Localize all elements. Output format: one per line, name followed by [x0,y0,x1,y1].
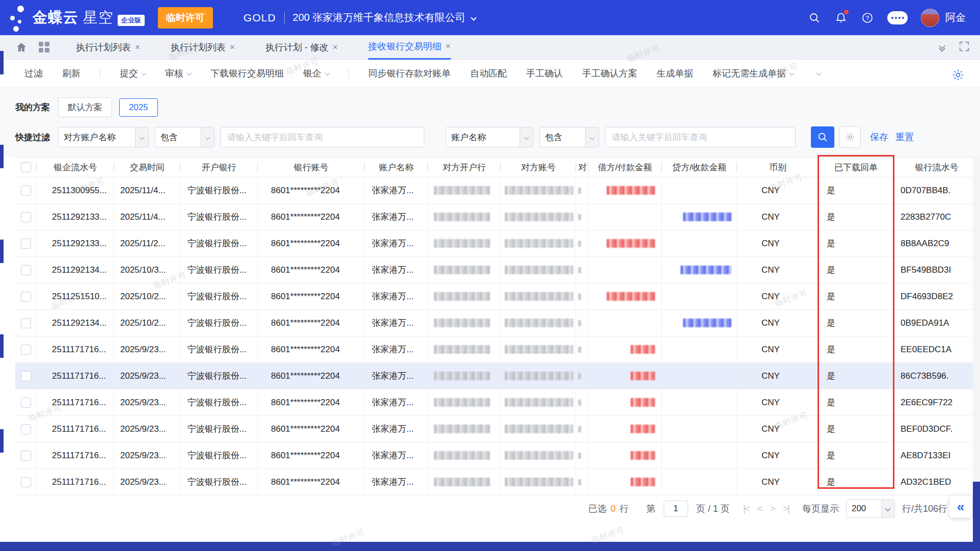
cell-credit-amount-redacted [662,177,737,203]
row-checkbox[interactable] [15,177,37,203]
toolbar-button[interactable]: 下载银行交易明细 [210,67,284,80]
col-header[interactable]: 交易时间 [114,158,180,177]
save-filter-link[interactable]: 保存 [870,131,888,143]
close-icon[interactable]: × [333,42,338,53]
toolbar-button[interactable]: 银企 [303,67,329,80]
row-checkbox[interactable] [15,310,37,336]
row-checkbox[interactable] [15,363,37,389]
page-tab[interactable]: 执行计划 - 修改 × [265,35,338,60]
toolbar-button[interactable]: 生成单据 [657,67,693,80]
col-header[interactable]: 银行账号 [258,158,365,177]
row-checkbox[interactable] [15,389,37,415]
filter-field-select-1[interactable]: 对方账户名称 [58,127,149,147]
cell-truncated [576,416,588,442]
filter-keyword-input-2[interactable]: 请输入关键字后回车查询 [605,127,796,147]
row-checkbox[interactable] [15,416,37,442]
user-avatar[interactable] [921,9,939,27]
table-row[interactable]: 2511292133... 2025/11/4... 宁波银行股份... 860… [15,204,980,230]
col-header[interactable]: 已下载回单 [819,158,893,177]
col-header[interactable]: 币别 [737,158,819,177]
col-header[interactable]: 贷方/收款金额 [662,158,737,177]
home-icon[interactable] [15,41,28,54]
default-scheme-button[interactable]: 默认方案 [58,97,112,117]
table-row[interactable]: 2511171716... 2025/9/23... 宁波银行股份... 860… [15,363,980,389]
col-header[interactable]: 对 [576,158,588,177]
page-tab[interactable]: 执行计划列表 × [171,35,235,60]
settings-gear-icon[interactable] [951,68,965,82]
toolbar-button[interactable]: 标记无需生成单据 [713,67,794,80]
col-header[interactable]: 银企流水号 [37,158,114,177]
table-row[interactable]: 2511292134... 2025/10/2... 宁波银行股份... 860… [15,310,980,336]
toolbar-button[interactable]: 同步银行存款对账单 [368,67,451,80]
toolbar-button[interactable]: 提交 [120,67,146,80]
col-header[interactable]: 对方账号 [501,158,576,177]
scrollbar[interactable] [973,157,980,495]
page-tab[interactable]: 接收银行交易明细 × [368,35,451,60]
toolbar-button[interactable]: 手工确认方案 [582,67,637,80]
row-checkbox[interactable] [15,230,37,256]
cell-currency: CNY [737,310,819,336]
prev-page-icon[interactable]: < [757,503,762,514]
toolbar-button[interactable]: 手工确认 [526,67,563,80]
more-menu-icon[interactable] [887,11,908,24]
cell-currency: CNY [737,257,819,283]
table-row[interactable]: 2511292134... 2025/10/3... 宁波银行股份... 860… [15,257,980,283]
filter-operator-select-1[interactable]: 包含 [155,127,214,147]
col-header[interactable]: 借方/付款金额 [588,158,662,177]
table-row[interactable]: 2511251510... 2025/10/2... 宁波银行股份... 860… [15,283,980,310]
apps-grid-icon[interactable] [39,42,49,53]
help-icon[interactable]: ? [861,11,874,24]
table-row[interactable]: 2511171716... 2025/9/23... 宁波银行股份... 860… [15,469,980,495]
next-page-icon[interactable]: > [770,503,775,514]
cell-account-name: 张家港万... [365,416,428,442]
collapse-tabs-icon[interactable] [940,44,944,51]
cell-bank-serial: 0D707BB4B. [893,177,980,203]
first-page-icon[interactable]: |< [743,503,749,514]
org-switcher[interactable]: GOLD 200 张家港万维千象信息技术有限公司 [243,11,475,24]
table-row[interactable]: 2511171716... 2025/9/23... 宁波银行股份... 860… [15,416,980,442]
col-header[interactable]: 对方开户行 [428,158,501,177]
row-checkbox[interactable] [15,204,37,230]
chevron-down-icon [187,71,192,76]
filter-keyword-input-1[interactable]: 请输入关键字后回车查询 [221,127,424,147]
filter-field-select-2[interactable]: 账户名称 [446,127,533,147]
row-checkbox[interactable] [15,336,37,362]
filter-operator-select-2[interactable]: 包含 [539,127,599,147]
page-number-input[interactable]: 1 [664,501,688,517]
close-icon[interactable]: × [446,41,451,51]
row-checkbox[interactable] [15,283,37,309]
table-row[interactable]: 2511171716... 2025/9/23... 宁波银行股份... 860… [15,442,980,469]
cell-truncated [576,177,588,203]
toolbar-button[interactable]: 自动匹配 [470,67,507,80]
reset-filter-link[interactable]: 重置 [895,131,914,143]
search-icon[interactable] [808,11,821,24]
filter-settings-gear-icon[interactable] [839,126,861,148]
toolbar-button[interactable]: 过滤 [24,67,43,80]
per-page-select[interactable]: 200 [846,500,895,518]
table-row[interactable]: 2511292133... 2025/11/2... 宁波银行股份... 860… [15,230,980,257]
row-checkbox[interactable] [15,442,37,468]
scheme-2025-button[interactable]: 2025 [119,98,158,117]
toolbar-button[interactable]: 审核 [165,67,191,80]
page-tab[interactable]: 执行计划列表 × [76,35,140,60]
fullscreen-icon[interactable] [959,41,970,54]
cell-truncated [576,442,588,468]
table-row[interactable]: 2511171716... 2025/9/23... 宁波银行股份... 860… [15,336,980,363]
close-icon[interactable]: × [135,42,140,53]
close-icon[interactable]: × [230,42,235,53]
row-checkbox[interactable] [15,257,37,283]
last-page-icon[interactable]: >| [783,503,789,514]
row-checkbox[interactable] [15,469,37,495]
col-header[interactable]: 账户名称 [365,158,428,177]
col-header[interactable]: 银行流水号 [893,158,980,177]
select-all-checkbox[interactable] [15,158,37,177]
toolbar-button[interactable] [813,71,821,75]
collapse-panel-button[interactable]: « [949,495,972,518]
col-header[interactable]: 开户银行 [180,158,258,177]
toolbar-button[interactable]: 刷新 [62,67,80,80]
table-row[interactable]: 2511171716... 2025/9/23... 宁波银行股份... 860… [15,389,980,416]
toolbar-button-label: 同步银行存款对账单 [368,67,451,80]
search-button[interactable] [811,126,834,148]
table-row[interactable]: 2511300955... 2025/11/4... 宁波银行股份... 860… [15,177,980,204]
notification-bell-icon[interactable] [834,11,848,24]
